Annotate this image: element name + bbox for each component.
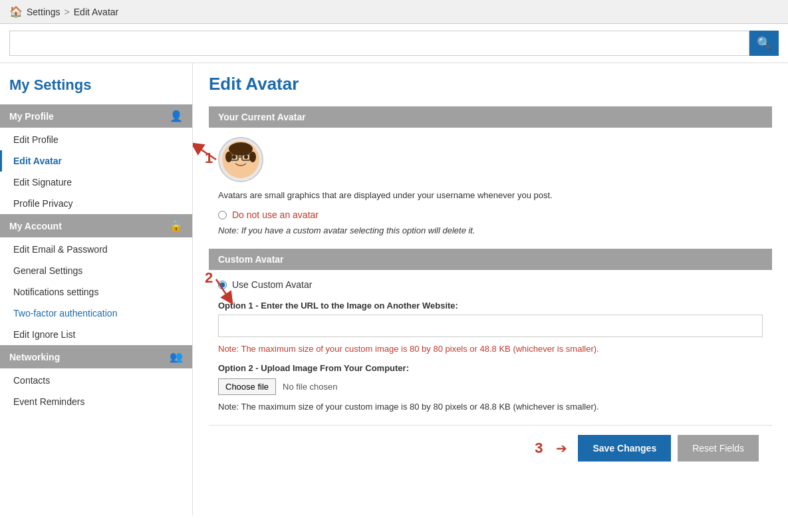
reset-fields-button[interactable]: Reset Fields	[678, 435, 759, 462]
custom-avatar-content: Use Custom Avatar Option 1 - Enter the U…	[209, 279, 772, 412]
breadcrumb-root[interactable]: Settings	[27, 7, 61, 17]
sidebar-item-edit-email-password[interactable]: Edit Email & Password	[0, 239, 192, 260]
search-icon: 🔍	[757, 36, 771, 51]
no-avatar-label[interactable]: Do not use an avatar	[232, 209, 319, 220]
annotation-num3: 3	[535, 440, 543, 457]
breadcrumb-separator: >	[65, 7, 70, 17]
file-row: Choose file No file chosen	[218, 378, 763, 395]
sidebar-title: My Settings	[0, 70, 192, 104]
current-avatar-content: Avatars are small graphics that are disp…	[209, 137, 772, 235]
sidebar-section-networking: Networking 👥	[0, 345, 192, 368]
current-avatar-header: Your Current Avatar	[209, 106, 772, 128]
svg-point-6	[244, 155, 248, 159]
main-layout: My Settings My Profile 👤 Edit Profile Ed…	[0, 63, 788, 515]
search-button[interactable]: 🔍	[749, 31, 779, 56]
sidebar-item-edit-avatar[interactable]: Edit Avatar	[0, 150, 192, 172]
sidebar-item-edit-signature[interactable]: Edit Signature	[0, 172, 192, 193]
sidebar-section-my-account: My Account 🔒	[0, 214, 192, 237]
no-avatar-note: Note: If you have a custom avatar select…	[218, 225, 763, 235]
custom-avatar-section: Custom Avatar Use Custom Avatar Option 1…	[209, 249, 772, 412]
sidebar-item-edit-profile[interactable]: Edit Profile	[0, 129, 192, 150]
svg-point-8	[225, 152, 232, 162]
sidebar-item-event-reminders[interactable]: Event Reminders	[0, 391, 192, 412]
url-input[interactable]	[218, 315, 763, 337]
svg-point-9	[249, 152, 256, 162]
no-file-text: No file chosen	[283, 382, 337, 392]
sidebar-section-my-profile: My Profile 👤	[0, 104, 192, 128]
use-custom-radio[interactable]	[218, 281, 227, 289]
option1-label: Option 1 - Enter the URL to the Image on…	[218, 301, 763, 311]
use-custom-label[interactable]: Use Custom Avatar	[232, 279, 312, 290]
no-avatar-row: Do not use an avatar	[218, 209, 763, 220]
save-changes-button[interactable]: Save Changes	[578, 435, 671, 462]
size-note-2: Note: The maximum size of your custom im…	[218, 402, 763, 412]
current-avatar-section: Your Current Avatar	[209, 106, 772, 235]
option2-label: Option 2 - Upload Image From Your Comput…	[218, 363, 763, 373]
content-area: Edit Avatar Your Current Avatar	[193, 63, 788, 515]
custom-avatar-header: Custom Avatar	[209, 249, 772, 270]
breadcrumb-current: Edit Avatar	[74, 7, 118, 17]
sidebar: My Settings My Profile 👤 Edit Profile Ed…	[0, 63, 193, 515]
sidebar-section-label-profile: My Profile	[9, 111, 54, 122]
search-bar: 🔍	[0, 24, 788, 63]
page-title: Edit Avatar	[209, 74, 772, 94]
no-avatar-radio[interactable]	[218, 211, 227, 219]
use-custom-row: Use Custom Avatar	[218, 279, 763, 290]
choose-file-button[interactable]: Choose file	[218, 378, 276, 395]
sidebar-section-label-networking: Networking	[9, 352, 60, 362]
sidebar-item-profile-privacy[interactable]: Profile Privacy	[0, 193, 192, 214]
sidebar-item-two-factor-auth[interactable]: Two-factor authentication	[0, 303, 192, 324]
size-note-1: Note: The maximum size of your custom im…	[218, 344, 763, 354]
search-input[interactable]	[9, 31, 749, 56]
networking-section-icon: 👥	[170, 350, 183, 363]
svg-point-5	[232, 155, 236, 159]
bottom-bar: 3 ➔ Save Changes Reset Fields	[209, 425, 772, 471]
sidebar-item-edit-ignore-list[interactable]: Edit Ignore List	[0, 324, 192, 345]
arrow-to-save: ➔	[556, 440, 567, 456]
sidebar-item-contacts[interactable]: Contacts	[0, 370, 192, 391]
sidebar-item-notifications-settings[interactable]: Notifications settings	[0, 281, 192, 303]
account-section-icon: 🔒	[170, 219, 183, 232]
profile-section-icon: 👤	[170, 110, 183, 122]
avatar-description: Avatars are small graphics that are disp…	[218, 190, 763, 200]
sidebar-item-general-settings[interactable]: General Settings	[0, 260, 192, 281]
top-nav: 🏠 Settings > Edit Avatar	[0, 0, 788, 24]
svg-point-7	[229, 142, 253, 156]
sidebar-section-label-account: My Account	[9, 221, 62, 231]
avatar-image	[218, 137, 263, 182]
home-icon: 🏠	[9, 5, 23, 18]
